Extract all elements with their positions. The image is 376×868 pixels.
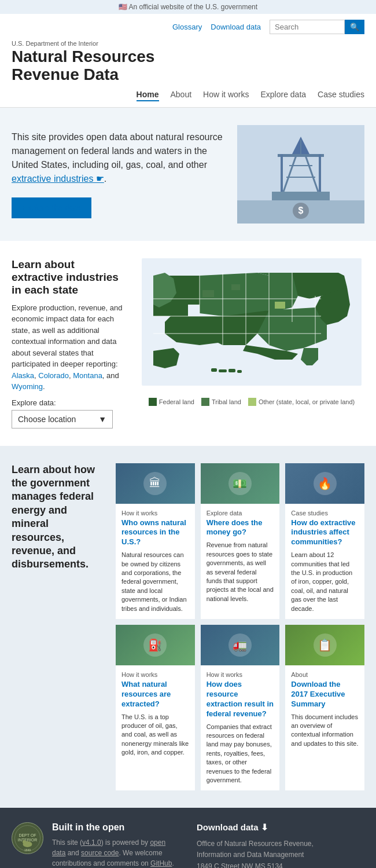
card-img-3: 🔥 <box>285 463 364 504</box>
flag-icon: 🇺🇸 <box>119 3 127 11</box>
card-icon-5: 🚛 <box>228 633 252 657</box>
card-desc-5: Companies that extract resources on fede… <box>207 723 274 785</box>
hero-description: This site provides open data about natur… <box>12 130 226 186</box>
states-heading: Learn about extractive industries in eac… <box>12 258 127 296</box>
version-link[interactable]: v4.1.0 <box>82 838 101 847</box>
search-input[interactable] <box>270 20 345 34</box>
card-title-link-6[interactable]: Download the 2017 Executive Summary <box>291 680 359 709</box>
cards-heading: Learn about how the government manages f… <box>12 463 104 572</box>
card-body-4: How it works What natural resources are … <box>116 665 195 763</box>
tribal-land-swatch <box>201 398 209 406</box>
tribal-land-label: Tribal land <box>212 398 241 405</box>
legend-tribal: Tribal land <box>201 398 241 406</box>
card-body-2: Explore data Where does the money go? Re… <box>201 504 280 610</box>
federal-land-swatch <box>149 398 157 406</box>
cards-grid: 🏛 How it works Who owns natural resource… <box>116 463 364 791</box>
alaska-link[interactable]: Alaska <box>12 371 34 380</box>
svg-rect-10 <box>319 154 321 192</box>
map-area: Federal land Tribal land Other (state, l… <box>139 258 364 406</box>
cards-section: Learn about how the government manages f… <box>0 446 376 808</box>
chevron-down-icon: ▼ <box>98 415 106 424</box>
card-category-5: How it works <box>207 671 274 678</box>
main-nav: Home About How it works Explore data Cas… <box>0 84 376 108</box>
svg-rect-8 <box>278 154 324 157</box>
card-category-4: How it works <box>121 671 189 678</box>
nav-case-studies[interactable]: Case studies <box>318 90 364 101</box>
card-download: 📋 About Download the 2017 Executive Summ… <box>285 625 364 790</box>
other-land-swatch <box>248 398 256 406</box>
svg-rect-26 <box>211 368 217 372</box>
legend-other: Other (state, local, or private land) <box>248 398 355 406</box>
federal-land-label: Federal land <box>159 398 194 405</box>
svg-text:DEPT OF: DEPT OF <box>19 833 36 837</box>
footer-text: Built in the open This site (v4.1.0) is … <box>52 822 179 868</box>
card-title-link-1[interactable]: Who owns natural resources in the U.S.? <box>121 518 189 548</box>
location-dropdown[interactable]: Choose location ▼ <box>12 410 113 428</box>
svg-rect-28 <box>228 369 235 372</box>
card-category-1: How it works <box>121 510 189 517</box>
svg-rect-9 <box>281 154 283 192</box>
nav-home[interactable]: Home <box>137 90 159 101</box>
download-link[interactable]: Download data <box>211 23 261 31</box>
location-dropdown-text: Choose location <box>18 415 76 424</box>
svg-rect-29 <box>237 370 242 373</box>
nav-how-it-works[interactable]: How it works <box>203 90 249 101</box>
svg-text:1849: 1849 <box>24 848 31 852</box>
svg-rect-40 <box>202 290 214 297</box>
card-img-5: 🚛 <box>201 625 280 665</box>
card-title-link-3[interactable]: How do extractive industries affect comm… <box>291 518 359 548</box>
svg-rect-2 <box>272 192 330 200</box>
svg-marker-30 <box>153 348 179 368</box>
colorado-link[interactable]: Colorado <box>38 371 69 380</box>
svg-rect-42 <box>275 302 285 309</box>
footer-address: Office of Natural Resources Revenue, Inf… <box>197 838 364 868</box>
card-img-1: 🏛 <box>116 463 195 504</box>
explore-data-button[interactable]: Explore the data <box>12 197 91 218</box>
card-icon-3: 🔥 <box>314 472 337 495</box>
svg-text:INTERIOR: INTERIOR <box>18 838 37 842</box>
glossary-link[interactable]: Glossary <box>172 23 202 31</box>
card-title-link-5[interactable]: How does resource extraction result in f… <box>207 680 274 719</box>
states-body: Explore production, revenue, and economi… <box>12 302 127 393</box>
nav-explore-data[interactable]: Explore data <box>260 90 306 101</box>
hero-image: $ <box>237 125 364 224</box>
github-link[interactable]: GitHub <box>150 859 172 867</box>
source-code-link[interactable]: source code <box>81 849 119 857</box>
extractive-industries-link[interactable]: extractive industries ☛ <box>12 174 104 184</box>
card-icon-2: 💵 <box>228 472 252 495</box>
card-category-2: Explore data <box>207 510 274 517</box>
header: Glossary Download data 🔍 U.S. Department… <box>0 14 376 84</box>
card-title-link-4[interactable]: What natural resources are extracted? <box>121 680 189 709</box>
card-category-6: About <box>291 671 359 678</box>
card-desc-2: Revenue from natural resources goes to s… <box>207 541 274 603</box>
nav-about[interactable]: About <box>171 90 192 101</box>
card-body-3: Case studies How do extractive industrie… <box>285 504 364 619</box>
states-section: Learn about extractive industries in eac… <box>0 241 376 446</box>
card-icon-1: 🏛 <box>143 472 167 495</box>
footer-built-text: This site (v4.1.0) is powered by open da… <box>52 837 179 868</box>
search-button[interactable]: 🔍 <box>345 20 364 34</box>
footer-built-heading: Built in the open <box>52 822 179 833</box>
montana-link[interactable]: Montana <box>73 371 102 380</box>
card-body-1: How it works Who owns natural resources … <box>116 504 195 619</box>
doi-seal: DEPT OF INTERIOR 1849 <box>12 822 43 854</box>
svg-rect-41 <box>231 284 240 290</box>
card-icon-6: 📋 <box>314 633 337 657</box>
card-title-link-2[interactable]: Where does the money go? <box>207 518 274 538</box>
footer: DEPT OF INTERIOR 1849 Built in the open … <box>0 808 376 868</box>
card-img-6: 📋 <box>285 625 364 665</box>
wyoming-link[interactable]: Wyoming <box>12 382 43 391</box>
card-body-5: How it works How does resource extractio… <box>201 665 280 790</box>
card-resources: ⛽ How it works What natural resources ar… <box>116 625 195 790</box>
svg-rect-27 <box>219 369 227 372</box>
explore-label: Explore data: <box>12 398 127 407</box>
other-land-label: Other (state, local, or private land) <box>259 398 355 405</box>
card-who-owns: 🏛 How it works Who owns natural resource… <box>116 463 195 619</box>
site-title: Natural Resources Revenue Data <box>12 48 364 84</box>
card-extraction: 🚛 How it works How does resource extract… <box>201 625 280 790</box>
svg-text:$: $ <box>298 206 304 215</box>
card-category-3: Case studies <box>291 510 359 517</box>
hero-section: This site provides open data about natur… <box>0 108 376 241</box>
cards-header-col: Learn about how the government manages f… <box>12 463 104 583</box>
footer-download-heading: Download data ⬇ <box>197 822 364 833</box>
